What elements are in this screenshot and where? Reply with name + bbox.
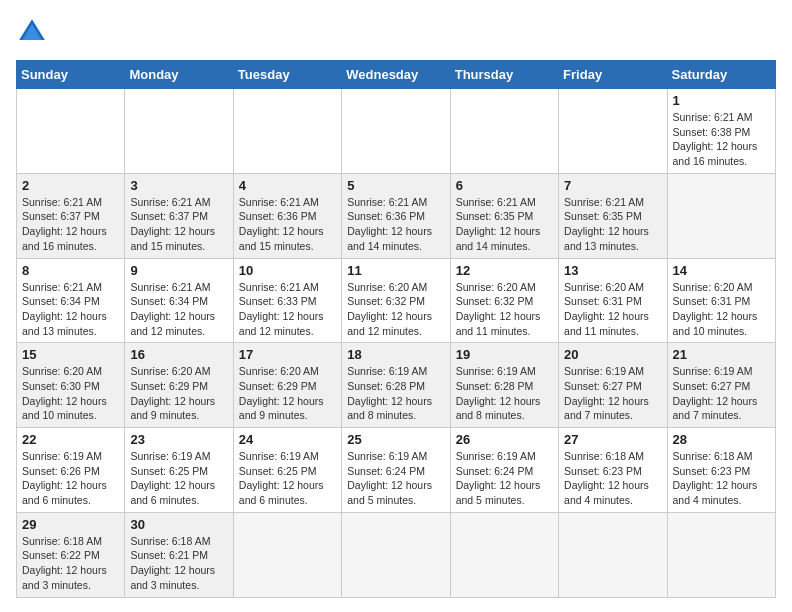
empty-cell	[233, 89, 341, 174]
calendar-week-row: 29Sunrise: 6:18 AMSunset: 6:22 PMDayligh…	[17, 512, 776, 597]
calendar-day-cell: 25Sunrise: 6:19 AMSunset: 6:24 PMDayligh…	[342, 428, 450, 513]
logo-icon	[16, 16, 48, 48]
empty-cell	[450, 512, 558, 597]
empty-cell	[342, 512, 450, 597]
calendar-week-row: 1Sunrise: 6:21 AMSunset: 6:38 PMDaylight…	[17, 89, 776, 174]
calendar-day-cell: 24Sunrise: 6:19 AMSunset: 6:25 PMDayligh…	[233, 428, 341, 513]
logo	[16, 16, 52, 48]
empty-cell	[450, 89, 558, 174]
calendar-day-cell: 30Sunrise: 6:18 AMSunset: 6:21 PMDayligh…	[125, 512, 233, 597]
calendar-day-header: Thursday	[450, 61, 558, 89]
empty-cell	[233, 512, 341, 597]
calendar-day-header: Saturday	[667, 61, 775, 89]
calendar-day-cell: 15Sunrise: 6:20 AMSunset: 6:30 PMDayligh…	[17, 343, 125, 428]
calendar-day-cell: 13Sunrise: 6:20 AMSunset: 6:31 PMDayligh…	[559, 258, 667, 343]
calendar-day-cell: 18Sunrise: 6:19 AMSunset: 6:28 PMDayligh…	[342, 343, 450, 428]
calendar-day-cell: 16Sunrise: 6:20 AMSunset: 6:29 PMDayligh…	[125, 343, 233, 428]
calendar-day-cell: 28Sunrise: 6:18 AMSunset: 6:23 PMDayligh…	[667, 428, 775, 513]
calendar-day-cell: 19Sunrise: 6:19 AMSunset: 6:28 PMDayligh…	[450, 343, 558, 428]
calendar-day-cell: 21Sunrise: 6:19 AMSunset: 6:27 PMDayligh…	[667, 343, 775, 428]
calendar-day-cell: 7Sunrise: 6:21 AMSunset: 6:35 PMDaylight…	[559, 173, 667, 258]
calendar-day-cell: 4Sunrise: 6:21 AMSunset: 6:36 PMDaylight…	[233, 173, 341, 258]
calendar-day-header: Wednesday	[342, 61, 450, 89]
empty-cell	[342, 89, 450, 174]
calendar-table: SundayMondayTuesdayWednesdayThursdayFrid…	[16, 60, 776, 598]
calendar-day-cell: 6Sunrise: 6:21 AMSunset: 6:35 PMDaylight…	[450, 173, 558, 258]
calendar-day-cell: 11Sunrise: 6:20 AMSunset: 6:32 PMDayligh…	[342, 258, 450, 343]
empty-cell	[559, 89, 667, 174]
calendar-day-cell: 3Sunrise: 6:21 AMSunset: 6:37 PMDaylight…	[125, 173, 233, 258]
calendar-day-header: Friday	[559, 61, 667, 89]
calendar-day-header: Tuesday	[233, 61, 341, 89]
calendar-day-cell: 27Sunrise: 6:18 AMSunset: 6:23 PMDayligh…	[559, 428, 667, 513]
empty-cell	[125, 89, 233, 174]
page-header	[16, 16, 776, 48]
calendar-week-row: 2Sunrise: 6:21 AMSunset: 6:37 PMDaylight…	[17, 173, 776, 258]
calendar-day-header: Sunday	[17, 61, 125, 89]
empty-cell	[667, 512, 775, 597]
calendar-day-cell: 12Sunrise: 6:20 AMSunset: 6:32 PMDayligh…	[450, 258, 558, 343]
calendar-day-cell: 26Sunrise: 6:19 AMSunset: 6:24 PMDayligh…	[450, 428, 558, 513]
calendar-day-cell: 10Sunrise: 6:21 AMSunset: 6:33 PMDayligh…	[233, 258, 341, 343]
calendar-day-cell: 29Sunrise: 6:18 AMSunset: 6:22 PMDayligh…	[17, 512, 125, 597]
calendar-day-cell: 23Sunrise: 6:19 AMSunset: 6:25 PMDayligh…	[125, 428, 233, 513]
calendar-day-cell: 8Sunrise: 6:21 AMSunset: 6:34 PMDaylight…	[17, 258, 125, 343]
calendar-day-cell: 14Sunrise: 6:20 AMSunset: 6:31 PMDayligh…	[667, 258, 775, 343]
calendar-day-cell: 22Sunrise: 6:19 AMSunset: 6:26 PMDayligh…	[17, 428, 125, 513]
calendar-day-cell: 2Sunrise: 6:21 AMSunset: 6:37 PMDaylight…	[17, 173, 125, 258]
calendar-day-cell: 20Sunrise: 6:19 AMSunset: 6:27 PMDayligh…	[559, 343, 667, 428]
calendar-day-cell: 5Sunrise: 6:21 AMSunset: 6:36 PMDaylight…	[342, 173, 450, 258]
calendar-week-row: 8Sunrise: 6:21 AMSunset: 6:34 PMDaylight…	[17, 258, 776, 343]
calendar-day-cell: 1Sunrise: 6:21 AMSunset: 6:38 PMDaylight…	[667, 89, 775, 174]
calendar-header-row: SundayMondayTuesdayWednesdayThursdayFrid…	[17, 61, 776, 89]
calendar-day-cell: 9Sunrise: 6:21 AMSunset: 6:34 PMDaylight…	[125, 258, 233, 343]
empty-cell	[667, 173, 775, 258]
empty-cell	[559, 512, 667, 597]
empty-cell	[17, 89, 125, 174]
calendar-week-row: 15Sunrise: 6:20 AMSunset: 6:30 PMDayligh…	[17, 343, 776, 428]
calendar-day-header: Monday	[125, 61, 233, 89]
calendar-day-cell: 17Sunrise: 6:20 AMSunset: 6:29 PMDayligh…	[233, 343, 341, 428]
calendar-week-row: 22Sunrise: 6:19 AMSunset: 6:26 PMDayligh…	[17, 428, 776, 513]
